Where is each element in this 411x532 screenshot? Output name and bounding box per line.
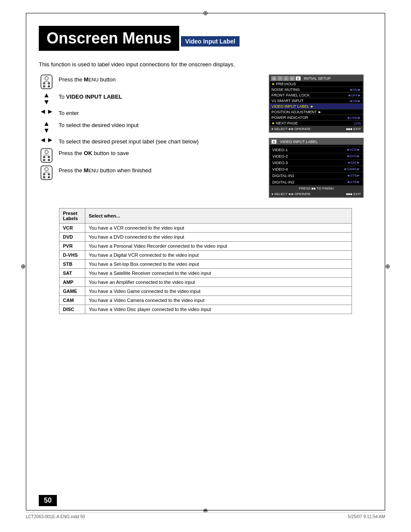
menu2-row-digital1: DIGITAL-IN1◄STB► [270, 173, 363, 179]
leftright-arrow-icon-2: ◄ ► [39, 137, 54, 143]
table-row: SAT You have a Satellite Receiver connec… [59, 269, 352, 278]
crosshair-top-icon: ⊕ [202, 9, 209, 16]
instruction-row-6: Press the OK button to save [39, 148, 256, 163]
svg-rect-5 [43, 85, 45, 87]
instruction-text-5: To select the desired preset input label… [59, 137, 199, 146]
menu1-row-noise: NOISE MUTING◄ON► [270, 87, 363, 93]
crosshair-right-icon: ⊕ [384, 263, 391, 270]
preset-desc-amp: You have an Amplifier connected to the v… [85, 278, 352, 287]
svg-rect-11 [48, 156, 50, 158]
menu2-title: VIDEO INPUT LABEL [280, 140, 318, 144]
svg-point-8 [45, 150, 48, 154]
menu-icon-1: 1 [283, 76, 289, 81]
instruction-row-3: ◄ ► To enter [39, 108, 256, 118]
menu1-header: III 7 1 O B INITIAL SETUP [270, 75, 363, 81]
instructions-list: Press the MENU button ▲ ▼ To Video Input… [39, 75, 256, 198]
menu-icon-III: III [271, 76, 277, 81]
table-row: VCR You have a VCR connected to the vide… [59, 224, 352, 233]
menu2-header: B VIDEO INPUT LABEL [270, 139, 363, 145]
menu2-row-video2: VIDEO-2◄DVD► [270, 153, 363, 160]
preset-label-disc: DISC [59, 305, 85, 314]
video-input-label-menu: B VIDEO INPUT LABEL VIDEO-1◄VCR► VIDEO-2… [269, 138, 364, 198]
footer-left: LCT2063-001E-A ENG.indd 50 [26, 514, 85, 519]
preset-label-cam: CAM [59, 296, 85, 305]
onscreen-menus-area: III 7 1 O B INITIAL SETUP ★ PREVIOUS NOI… [269, 75, 372, 198]
svg-point-15 [45, 168, 48, 171]
preset-label-game: GAME [59, 287, 85, 296]
leftright-arrow-icon-1: ◄ ► [39, 108, 54, 115]
preset-desc-dvd: You have a DVD connected to the video in… [85, 233, 352, 242]
table-row: STB You have a Set-top Box connected to … [59, 260, 352, 269]
menu1-row-power: POWER INDICATOR◄LOW► [270, 115, 363, 121]
page-number: 50 [39, 495, 57, 506]
menu1-footer: ♦ SELECT◄►OPERATE■■■ EXIT [270, 126, 363, 132]
menu2-row-digital2: DIGITAL-IN2◄STB► [270, 179, 363, 186]
menu1-row-position: POSITION ADJUSTMENT ► [270, 109, 363, 115]
menu-icon-B: B [296, 76, 301, 81]
preset-col-header-select: Select when... [85, 208, 352, 224]
preset-desc-dvhs: You have a Digital VCR connected to the … [85, 251, 352, 260]
svg-rect-19 [43, 176, 45, 178]
instruction-text-3: To enter [59, 108, 79, 118]
remote-icon-3 [39, 165, 54, 180]
table-row: CAM You have a Video Camera connected to… [59, 296, 352, 305]
preset-desc-sat: You have a Satellite Receiver connected … [85, 269, 352, 278]
menu1-title: INITIAL SETUP [304, 76, 331, 81]
svg-rect-6 [48, 85, 50, 87]
menu1-row-videoinput: VIDEO INPUT LABEL ► [270, 104, 363, 109]
updown-arrow-icon-2: ▲ ▼ [39, 120, 54, 134]
instruction-text-1: Press the MENU button [59, 75, 115, 84]
preset-desc-disc: You have a Video Disc player connected t… [85, 305, 352, 314]
preset-table: PresetLabels Select when... VCR You have… [59, 208, 352, 314]
menu1-row-previous: ★ PREVIOUS [270, 81, 363, 87]
table-row: AMP You have an Amplifier connected to t… [59, 278, 352, 287]
svg-rect-3 [43, 82, 45, 84]
section-heading: Video Input Label [181, 36, 240, 47]
menu2-finish-text: PRESS ■■ TO FINISH [270, 186, 363, 191]
preset-label-dvhs: D-VHS [59, 251, 85, 260]
preset-label-dvd: DVD [59, 233, 85, 242]
preset-label-amp: AMP [59, 278, 85, 287]
svg-rect-17 [43, 173, 45, 175]
preset-col-header-labels: PresetLabels [59, 208, 85, 224]
menu2-row-video1: VIDEO-1◄VCR► [270, 147, 363, 153]
preset-label-stb: STB [59, 260, 85, 269]
menu2-footer: ♦ SELECT◄►OPERATE■■■ EXIT [270, 191, 363, 197]
section-description: This function is used to label video inp… [39, 61, 372, 68]
svg-rect-10 [43, 156, 45, 158]
preset-desc-game: You have a Video Game connected to the v… [85, 287, 352, 296]
preset-desc-cam: You have a Video Camera connected to the… [85, 296, 352, 305]
footer-right: 5/25/07 9:11:54 AM [348, 514, 385, 519]
menu2-icon-B: B [271, 140, 277, 144]
instruction-row-2: ▲ ▼ To Video Input Label [39, 92, 256, 106]
preset-desc-vcr: You have a VCR connected to the video in… [85, 224, 352, 233]
svg-rect-12 [43, 159, 45, 161]
updown-arrow-icon-1: ▲ ▼ [39, 92, 54, 106]
menu1-row-nextpage: ★ NEXT PAGE(2/5) [270, 121, 363, 126]
table-row: PVR You have a Personal Video Recorder c… [59, 242, 352, 251]
remote-icon-2 [39, 148, 54, 163]
menu2-row-video3: VIDEO-3◄SAT► [270, 160, 363, 166]
page-title: Onscreen Menus [39, 26, 179, 51]
remote-icon-1 [39, 75, 54, 89]
footer-bar: LCT2063-001E-A ENG.indd 50 5/25/07 9:11:… [26, 512, 385, 519]
menu2-row-video4: VIDEO-4◄GAME► [270, 166, 363, 173]
svg-rect-4 [48, 82, 50, 84]
menu-icon-7: 7 [277, 76, 283, 81]
preset-label-pvr: PVR [59, 242, 85, 251]
table-row: GAME You have a Video Game connected to … [59, 287, 352, 296]
instruction-text-4: To select the desired video input [59, 120, 139, 130]
preset-table-container: PresetLabels Select when... VCR You have… [59, 208, 352, 314]
instruction-row-5: ◄ ► To select the desired preset input l… [39, 137, 256, 146]
menu1-row-v1smart: V1 SMART INPUT◄ON► [270, 98, 363, 104]
instruction-row-4: ▲ ▼ To select the desired video input [39, 120, 256, 134]
svg-rect-13 [48, 159, 50, 161]
menu1-icons: III 7 1 O B [271, 76, 301, 81]
table-row: DISC You have a Video Disc player connec… [59, 305, 352, 314]
page-border-left [26, 13, 26, 510]
preset-desc-pvr: You have a Personal Video Recorder conne… [85, 242, 352, 251]
menu-icon-0: O [290, 76, 295, 81]
instruction-row-7: Press the MENU button when finished [39, 165, 256, 180]
svg-rect-0 [41, 75, 52, 89]
table-row: DVD You have a DVD connected to the vide… [59, 233, 352, 242]
